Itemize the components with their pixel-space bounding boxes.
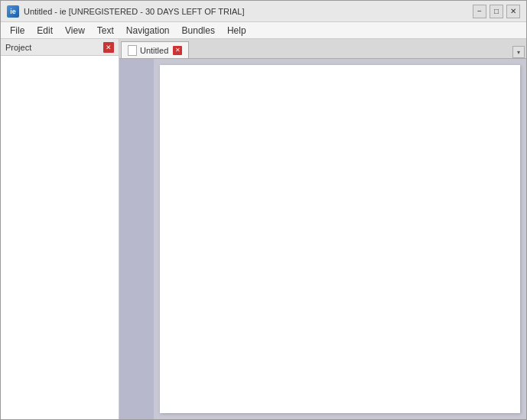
title-bar: ie Untitled - ie [UNREGISTERED - 30 DAYS… bbox=[1, 1, 526, 22]
menu-view[interactable]: View bbox=[59, 24, 91, 37]
document-area bbox=[119, 59, 526, 419]
sidebar-content bbox=[1, 56, 119, 419]
minimize-button[interactable]: − bbox=[473, 5, 486, 18]
restore-button[interactable]: □ bbox=[490, 5, 503, 18]
app-icon: ie bbox=[7, 5, 19, 18]
sidebar-title: Project bbox=[5, 43, 31, 52]
main-area: Untitled ✕ ▾ bbox=[119, 39, 526, 419]
menu-help[interactable]: Help bbox=[221, 24, 252, 37]
main-window: ie Untitled - ie [UNREGISTERED - 30 DAYS… bbox=[0, 0, 527, 420]
menu-bar: File Edit View Text Navigation Bundles H… bbox=[1, 22, 526, 39]
sidebar: Project ✕ bbox=[1, 39, 119, 419]
window-title: Untitled - ie [UNREGISTERED - 30 DAYS LE… bbox=[24, 7, 245, 16]
close-button[interactable]: ✕ bbox=[506, 5, 520, 18]
menu-navigation[interactable]: Navigation bbox=[120, 24, 176, 37]
sidebar-close-button[interactable]: ✕ bbox=[103, 42, 114, 53]
tab-document-icon bbox=[128, 45, 137, 56]
menu-edit[interactable]: Edit bbox=[31, 24, 59, 37]
sidebar-header: Project ✕ bbox=[1, 39, 119, 56]
workspace: Project ✕ Untitled ✕ ▾ bbox=[1, 39, 526, 419]
title-bar-left: ie Untitled - ie [UNREGISTERED - 30 DAYS… bbox=[7, 5, 245, 18]
tab-label: Untitled bbox=[140, 46, 168, 55]
active-tab[interactable]: Untitled ✕ bbox=[121, 41, 189, 58]
left-margin bbox=[119, 59, 154, 419]
tab-close-button[interactable]: ✕ bbox=[173, 46, 182, 55]
window-controls: − □ ✕ bbox=[473, 5, 520, 18]
tab-dropdown-button[interactable]: ▾ bbox=[512, 46, 525, 58]
tab-bar: Untitled ✕ ▾ bbox=[119, 39, 526, 59]
menu-file[interactable]: File bbox=[4, 24, 31, 37]
document-page[interactable] bbox=[160, 65, 520, 413]
menu-text[interactable]: Text bbox=[91, 24, 120, 37]
page-container[interactable] bbox=[154, 59, 526, 419]
menu-bundles[interactable]: Bundles bbox=[176, 24, 221, 37]
